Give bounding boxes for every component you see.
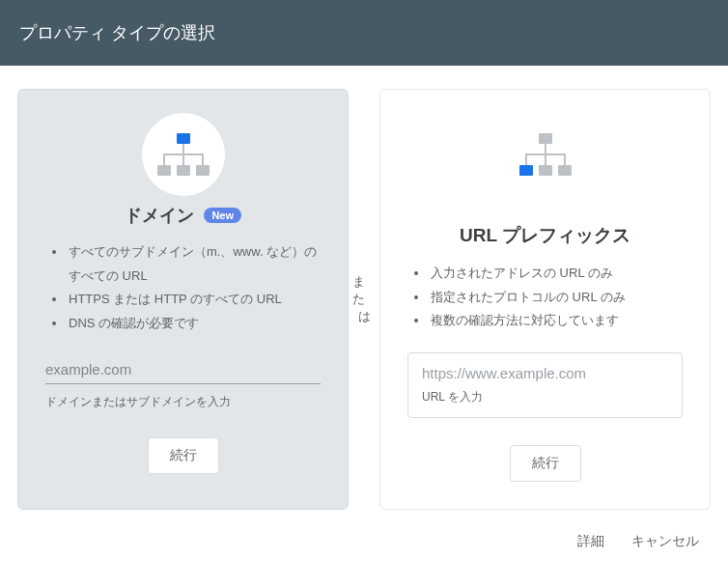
cancel-button[interactable]: キャンセル — [631, 533, 699, 550]
card-url-prefix[interactable]: URL プレフィックス 入力されたアドレスの URL のみ 指定されたプロトコル… — [379, 89, 711, 510]
page-title: プロパティ タイプの選択 — [0, 0, 728, 66]
domain-hint: ドメインまたはサブドメインを入力 — [45, 394, 321, 410]
domain-features: すべてのサブドメイン（m.、www. など）のすべての URL HTTPS また… — [45, 240, 321, 336]
list-item: HTTPS または HTTP のすべての URL — [67, 288, 321, 312]
url-input[interactable] — [422, 361, 668, 383]
sitemap-icon — [45, 113, 321, 196]
or-separator: また は — [349, 89, 379, 510]
list-item: 指定されたプロトコルの URL のみ — [429, 286, 683, 310]
list-item: 入力されたアドレスの URL のみ — [429, 262, 683, 286]
card-domain[interactable]: ドメイン New すべてのサブドメイン（m.、www. など）のすべての URL… — [17, 89, 349, 510]
details-link[interactable]: 詳細 — [577, 533, 604, 550]
domain-continue-button[interactable]: 続行 — [148, 437, 219, 474]
url-hint: URL を入力 — [422, 389, 668, 405]
list-item: すべてのサブドメイン（m.、www. など）のすべての URL — [67, 240, 321, 288]
domain-input[interactable] — [45, 355, 321, 384]
body: ドメイン New すべてのサブドメイン（m.、www. など）のすべての URL… — [0, 66, 728, 519]
list-item: 複数の確認方法に対応しています — [429, 309, 683, 333]
url-features: 入力されたアドレスの URL のみ 指定されたプロトコルの URL のみ 複数の… — [407, 262, 683, 333]
url-continue-button[interactable]: 続行 — [510, 445, 581, 482]
card-url-title: URL プレフィックス — [460, 223, 630, 248]
sitemap-icon — [407, 113, 683, 196]
card-domain-title: ドメイン — [125, 204, 194, 227]
new-badge: New — [204, 208, 241, 223]
footer: 詳細 キャンセル — [0, 519, 728, 568]
list-item: DNS の確認が必要です — [67, 312, 321, 336]
